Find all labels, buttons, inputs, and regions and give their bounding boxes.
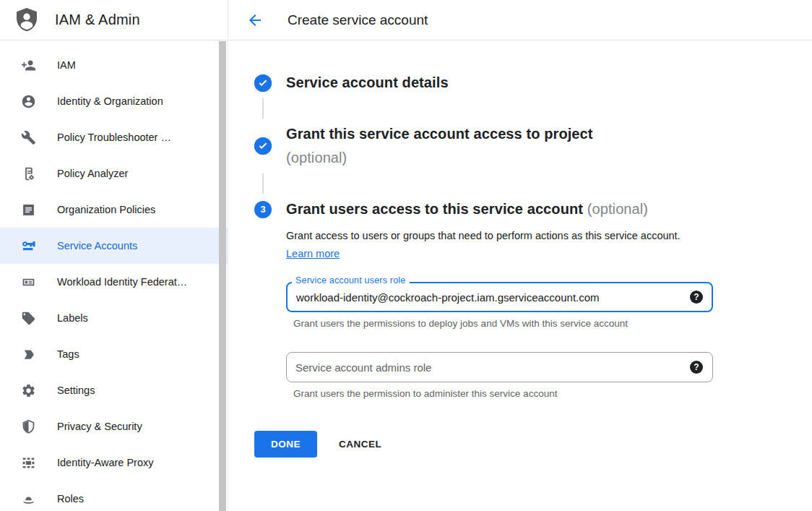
admins-role-helper-text: Grant users the permission to administer… (293, 388, 812, 399)
product-title: IAM & Admin (55, 12, 140, 28)
learn-more-link[interactable]: Learn more (286, 248, 340, 259)
sidebar-item-service-accounts[interactable]: Service Accounts (0, 228, 228, 264)
step-2-complete-icon (254, 137, 272, 155)
page-header: Create service account (229, 0, 812, 40)
sidebar-item-label: IAM (57, 59, 76, 71)
person-add-icon (20, 57, 36, 73)
account-circle-icon (20, 93, 36, 109)
sidebar-item-label: Policy Analyzer (57, 168, 128, 179)
sidebar-item-label: Service Accounts (57, 240, 137, 252)
sidebar-item-label: Identity & Organization (57, 95, 163, 107)
step-2-title: Grant this service account access to pro… (286, 122, 593, 146)
help-icon[interactable]: ? (690, 291, 703, 304)
sidebar-item-policy-troubleshooter[interactable]: Policy Troubleshooter … (0, 119, 228, 155)
users-role-input[interactable] (286, 282, 713, 312)
sidebar-item-label: Settings (57, 385, 95, 396)
sidebar-item-label: Identity-Aware Proxy (57, 457, 154, 468)
sidebar-item-settings[interactable]: Settings (0, 372, 228, 408)
badge-card-icon (20, 274, 36, 290)
step-3-grant-users-access[interactable]: 3 Grant users access to this service acc… (254, 197, 812, 221)
step-1-complete-icon (254, 74, 272, 92)
iam-admin-logo-icon (13, 7, 40, 34)
step-connector (262, 173, 264, 194)
sidebar-item-tags[interactable]: Tags (0, 336, 228, 372)
hat-icon (20, 491, 36, 507)
proxy-frame-icon (20, 455, 36, 471)
step-2-grant-access-to-project[interactable]: Grant this service account access to pro… (254, 122, 812, 170)
help-icon[interactable]: ? (690, 361, 703, 374)
users-role-floating-label: Service account users role (292, 275, 410, 285)
admins-role-input[interactable] (286, 352, 713, 382)
step-2-optional-label: (optional) (286, 146, 593, 170)
sidebar-item-iam[interactable]: IAM (0, 47, 228, 83)
sidebar-item-label: Tags (57, 348, 79, 360)
tag-icon (20, 310, 36, 326)
article-icon (20, 202, 36, 218)
label-important-icon (20, 346, 36, 362)
step-3-number-badge: 3 (254, 201, 272, 218)
cancel-button[interactable]: CANCEL (339, 439, 381, 450)
sidebar-item-label: Workload Identity Federat… (57, 276, 187, 288)
sidebar-item-roles[interactable]: Roles (0, 481, 228, 511)
sidebar-item-identity-aware-proxy[interactable]: Identity-Aware Proxy (0, 445, 228, 481)
step-1-service-account-details[interactable]: Service account details (254, 71, 812, 95)
sidebar-item-label: Roles (57, 493, 84, 504)
step-1-title: Service account details (286, 71, 449, 95)
sidebar-item-organization-policies[interactable]: Organization Policies (0, 192, 228, 228)
iam-admin-sidebar: IAM & Admin IAM Identity & Organization (0, 0, 228, 511)
service-account-admins-role-field: ? (286, 352, 713, 382)
sidebar-item-workload-identity-federation[interactable]: Workload Identity Federat… (0, 264, 228, 300)
sidebar-item-label: Organization Policies (57, 204, 155, 215)
gcp-console-screen: IAM & Admin IAM Identity & Organization (0, 0, 812, 511)
sidebar-item-labels[interactable]: Labels (0, 300, 228, 336)
page-title: Create service account (288, 12, 428, 28)
done-button[interactable]: DONE (254, 431, 317, 458)
shield-icon (20, 418, 36, 434)
main-panel: Create service account Service account d… (229, 0, 812, 511)
sidebar-item-label: Privacy & Security (57, 421, 142, 432)
back-button[interactable] (246, 12, 264, 29)
create-service-account-form: Service account details Grant this servi… (229, 40, 812, 458)
sidebar-item-identity-organization[interactable]: Identity & Organization (0, 83, 228, 119)
arrow-back-icon (246, 12, 264, 29)
step-3-description: Grant access to users or groups that nee… (286, 227, 704, 263)
users-role-helper-text: Grant users the permissions to deploy jo… (293, 318, 812, 329)
service-account-key-icon (20, 238, 36, 254)
step-connector (262, 98, 264, 119)
sidebar-item-policy-analyzer[interactable]: Policy Analyzer (0, 155, 228, 192)
step-3-title: Grant users access to this service accou… (286, 201, 583, 217)
sidebar-nav: IAM Identity & Organization Policy Troub… (0, 40, 228, 511)
document-gear-icon (20, 166, 36, 181)
sidebar-item-privacy-security[interactable]: Privacy & Security (0, 408, 228, 445)
wrench-icon (20, 129, 36, 145)
step-3-optional-label: (optional) (587, 201, 648, 217)
service-account-users-role-field: Service account users role ? (286, 282, 713, 312)
sidebar-item-label: Labels (57, 312, 88, 324)
gear-icon (20, 382, 36, 398)
step-3-body: Grant access to users or groups that nee… (286, 227, 812, 399)
sidebar-header: IAM & Admin (0, 0, 228, 40)
sidebar-item-label: Policy Troubleshooter … (57, 132, 171, 143)
form-actions: DONE CANCEL (254, 431, 812, 458)
sidebar-scrollbar[interactable] (219, 41, 226, 511)
